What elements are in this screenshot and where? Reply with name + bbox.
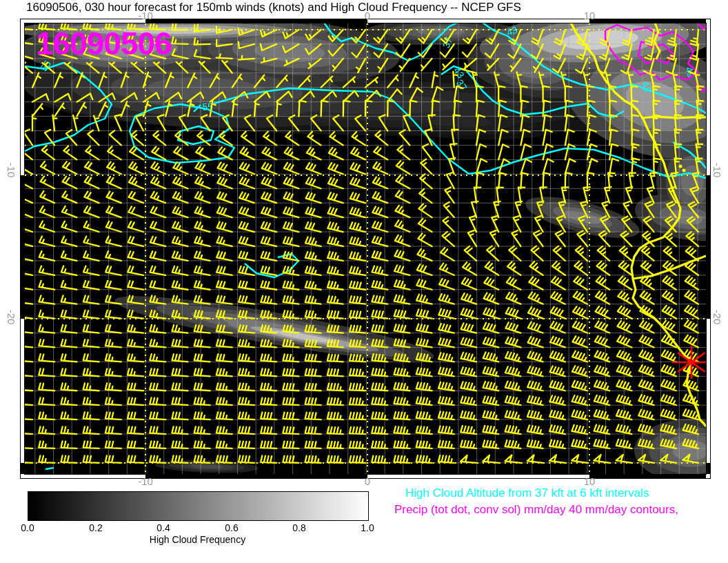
y-axis-tick-right: -10 — [711, 155, 723, 186]
colorbar-tick: 0.2 — [81, 522, 111, 533]
plot-title: 16090506, 030 hour forecast for 150mb wi… — [26, 1, 521, 14]
legend-cloud-altitude: High Cloud Altitude from 37 kft at 6 kft… — [405, 486, 649, 500]
colorbar-caption: High Cloud Frequency — [122, 534, 274, 545]
x-axis-tick-top: 0 — [347, 10, 388, 21]
colorbar-tick: 1.0 — [352, 522, 383, 533]
x-axis-tick-bottom: 0 — [347, 475, 388, 487]
x-axis-tick-top: 10 — [569, 10, 610, 21]
colorbar — [28, 491, 369, 521]
x-axis-tick-bottom: -10 — [125, 475, 166, 487]
forecast-plot-page: 16090506, 030 hour forecast for 150mb wi… — [0, 0, 728, 563]
date-stamp: 16090506 — [36, 28, 172, 59]
colorbar-tick: 0.8 — [284, 522, 314, 533]
x-axis-tick-bottom: 10 — [569, 475, 610, 487]
y-axis-tick-left: -10 — [6, 155, 17, 186]
legend-precip: Precip (tot dot, conv sol) mm/day 40 mm/… — [394, 503, 678, 517]
colorbar-tick: 0.4 — [148, 522, 179, 533]
colorbar-tick: 0.0 — [12, 522, 43, 533]
y-axis-tick-left: -20 — [6, 302, 17, 333]
y-axis-tick-right: -20 — [711, 302, 723, 333]
x-axis-tick-top: -10 — [125, 10, 166, 21]
colorbar-tick: 0.6 — [216, 522, 247, 533]
